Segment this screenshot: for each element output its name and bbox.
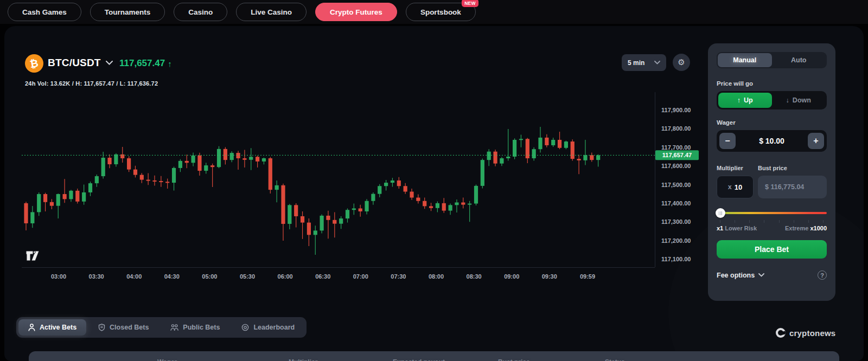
svg-text:08:00: 08:00 (429, 273, 444, 280)
bets-tabs: Active Bets Closed Bets Public Bets Lead… (16, 317, 307, 338)
tab-label: Leaderboard (253, 324, 295, 331)
watermark-text: cryptonews (789, 328, 835, 338)
peek-column: Status (605, 358, 625, 361)
tab-manual-label: Manual (733, 56, 756, 64)
people-icon (170, 324, 178, 331)
tab-public-bets[interactable]: Public Bets (161, 319, 229, 336)
pair-name: BTC/USDT (48, 57, 101, 69)
shield-icon (98, 324, 105, 331)
multiplier-label: Multiplier (717, 165, 758, 171)
multiplier-value: 10 (735, 183, 742, 191)
svg-text:117,657.47: 117,657.47 (662, 152, 692, 158)
tab-auto[interactable]: Auto (772, 53, 826, 67)
svg-text:117,300.00: 117,300.00 (661, 218, 691, 225)
nav-label: Cash Games (22, 8, 67, 16)
risk-slider-knob[interactable] (716, 208, 725, 218)
bitcoin-icon: ₿ (25, 54, 43, 73)
up-arrow-icon: ↑ (737, 96, 741, 104)
svg-text:04:00: 04:00 (126, 273, 142, 280)
wager-input[interactable]: − $ 10.00 + (717, 130, 827, 152)
tab-auto-label: Auto (791, 56, 806, 64)
svg-text:117,400.00: 117,400.00 (661, 200, 691, 207)
nav-cash-games[interactable]: Cash Games (8, 3, 81, 21)
svg-text:08:30: 08:30 (467, 273, 482, 280)
svg-text:117,700.00: 117,700.00 (661, 144, 691, 151)
place-bet-button[interactable]: Place Bet (717, 240, 827, 259)
risk-min-mult: x1 (717, 225, 723, 231)
direction-label: Price will go (717, 80, 827, 87)
svg-text:03:30: 03:30 (89, 273, 104, 280)
peek-column: Expected payout (393, 358, 445, 361)
help-icon[interactable]: ? (818, 270, 827, 280)
tab-closed-bets[interactable]: Closed Bets (88, 319, 158, 336)
main-surface: ₿ BTC/USDT 117,657.47 ↑ 24h Vol: 13.62K … (4, 26, 864, 361)
candlestick-chart[interactable]: 117,900.00117,800.00117,700.00117,600.00… (22, 92, 700, 283)
fee-options-label: Fee options (717, 272, 755, 279)
fee-options-toggle[interactable]: Fee options (717, 272, 764, 279)
svg-text:04:30: 04:30 (164, 273, 180, 280)
down-arrow-icon: ↓ (786, 96, 789, 104)
mode-tabs: Manual Auto (717, 52, 827, 68)
svg-text:07:30: 07:30 (391, 273, 406, 280)
price-up-arrow-icon: ↑ (168, 59, 172, 68)
new-badge: NEW (462, 0, 478, 7)
svg-text:05:00: 05:00 (202, 273, 217, 280)
top-nav: Cash Games Tournaments Casino Live Casin… (0, 0, 868, 24)
risk-labels: x1 Lower Risk Extreme x1000 (717, 225, 827, 231)
nav-live-casino[interactable]: Live Casino (236, 3, 307, 21)
svg-text:117,900.00: 117,900.00 (661, 107, 691, 113)
tab-label: Active Bets (40, 324, 76, 331)
current-price-header: 117,657.47 ↑ (119, 58, 172, 69)
svg-text:06:00: 06:00 (278, 273, 293, 280)
wager-value[interactable]: $ 10.00 (736, 137, 808, 145)
risk-slider[interactable] (717, 208, 827, 218)
nav-casino[interactable]: Casino (174, 3, 227, 21)
bet-panel: Manual Auto Price will go ↑ Up ↓ Down Wa… (708, 43, 835, 301)
nav-label: Casino (188, 8, 213, 16)
nav-label: Crypto Futures (330, 8, 382, 16)
up-button[interactable]: ↑ Up (718, 93, 772, 108)
bets-table-header-peek: Wager Multiplier Expected payout Bust pr… (29, 351, 839, 361)
multiplier-input[interactable]: x 10 (717, 176, 754, 198)
peek-column: Multiplier (289, 358, 317, 361)
tab-leaderboard[interactable]: Leaderboard (232, 319, 304, 336)
chevron-down-icon (654, 61, 660, 65)
tab-manual[interactable]: Manual (718, 53, 772, 67)
multiplier-prefix: x (728, 183, 732, 191)
down-button[interactable]: ↓ Down (772, 93, 826, 108)
peek-column: Bust price (498, 358, 530, 361)
nav-label: Sportsbook (420, 8, 461, 16)
interval-dropdown[interactable]: 5 min (622, 54, 666, 71)
wager-plus-button[interactable]: + (808, 133, 824, 149)
market-stats: 24h Vol: 13.62K / H: 117,657.47 / L: 117… (25, 80, 158, 87)
nav-crypto-futures[interactable]: Crypto Futures (315, 3, 397, 21)
risk-max-mult: x1000 (810, 225, 827, 231)
cryptonews-watermark: cryptonews (776, 328, 835, 338)
svg-text:05:30: 05:30 (240, 273, 255, 280)
tab-label: Public Bets (183, 324, 220, 331)
up-label: Up (744, 96, 753, 104)
bust-price-value: $ 116,775.04 (765, 183, 804, 191)
svg-text:06:30: 06:30 (315, 273, 330, 280)
pair-selector[interactable]: BTC/USDT (48, 57, 113, 69)
nav-sportsbook[interactable]: Sportsbook NEW (406, 3, 476, 21)
svg-text:07:00: 07:00 (353, 273, 368, 280)
svg-text:117,600.00: 117,600.00 (661, 163, 691, 169)
nav-tournaments[interactable]: Tournaments (90, 3, 165, 21)
wager-label: Wager (717, 119, 827, 126)
down-label: Down (793, 96, 811, 104)
bust-price-field: $ 116,775.04 (758, 176, 827, 198)
risk-slider-track[interactable] (717, 212, 827, 214)
tradingview-logo (26, 251, 39, 261)
settings-gear-icon[interactable]: ⚙ (673, 54, 690, 71)
price-value: 117,657.47 (119, 58, 165, 69)
tab-active-bets[interactable]: Active Bets (18, 319, 86, 336)
person-icon (28, 324, 35, 331)
cryptonews-logo-icon (776, 328, 786, 338)
svg-text:09:00: 09:00 (504, 273, 519, 280)
risk-min-label: Lower Risk (725, 225, 757, 231)
svg-text:09:30: 09:30 (542, 273, 557, 280)
risk-slider-ticks (717, 220, 827, 223)
interval-value: 5 min (628, 59, 644, 67)
wager-minus-button[interactable]: − (719, 133, 736, 149)
